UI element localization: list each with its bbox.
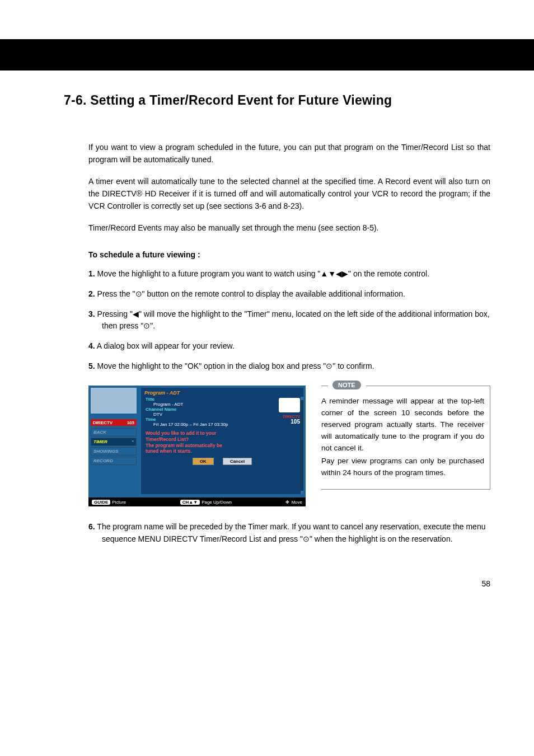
note-paragraph-2: Pay per view programs can only be purcha…: [321, 456, 484, 479]
intro-paragraph-1: If you want to view a program scheduled …: [88, 142, 490, 166]
step-2: 2. Press the "⊙" button on the remote co…: [88, 288, 490, 300]
page-number: 58: [0, 576, 534, 616]
left-arrow-icon: ◀: [133, 309, 139, 318]
side-showings: SHOWINGS: [91, 447, 137, 456]
body-column: If you want to view a program scheduled …: [64, 142, 490, 546]
tv-dialog: Would you like to add it to your Timer/R…: [146, 430, 299, 465]
select-icon: ⊙: [143, 321, 150, 330]
field-title-value: Program - ADT: [146, 402, 299, 407]
step-4: 4. A dialog box will appear for your rev…: [88, 340, 490, 353]
procedure-heading: To schedule a future viewing :: [88, 250, 490, 259]
field-channel-label: Channel Name: [146, 407, 299, 412]
figure-screenshot: DIRECTV105 BACK TIMER SHOWINGS RECORD Pr…: [88, 386, 306, 506]
tv-logo-icon: [279, 398, 300, 412]
dialog-ok-button: OK: [193, 458, 214, 465]
tv-preview-thumb: [91, 388, 137, 414]
side-timer: TIMER: [91, 438, 137, 446]
section-heading: 7-6. Setting a Timer/Record Event for Fu…: [64, 93, 490, 108]
select-icon: ⊙: [303, 534, 310, 543]
arrow-keys-icon: ▲▼◀▶: [320, 269, 348, 278]
tv-channel-badge: DIRECTV105: [279, 415, 300, 425]
tv-main-pane: Program - ADT DIRECTV105 Title Program -…: [141, 388, 303, 494]
intro-paragraph-3: Timer/Record Events may also be manually…: [88, 222, 490, 234]
procedure-list-continued: 6. The program name will be preceded by …: [88, 521, 490, 545]
dialog-cancel-button: Cancel: [223, 458, 252, 465]
side-record: RECORD: [91, 457, 137, 465]
procedure-list: 1. Move the highlight to a future progra…: [88, 268, 490, 372]
scrollbar-icon: [301, 397, 303, 494]
tv-left-pane: DIRECTV105 BACK TIMER SHOWINGS RECORD: [88, 386, 139, 496]
note-label: NOTE: [332, 381, 361, 389]
figure-and-note-row: DIRECTV105 BACK TIMER SHOWINGS RECORD Pr…: [88, 386, 490, 506]
step-6: 6. The program name will be preceded by …: [88, 521, 490, 545]
page-content: 7-6. Setting a Timer/Record Event for Fu…: [0, 71, 534, 576]
step-3: 3. Pressing "◀" will move the highlight …: [88, 308, 490, 332]
field-title-label: Title: [146, 397, 299, 402]
side-back: BACK: [91, 428, 137, 436]
tv-footer: GUIDEPicture CH▲▼Page Up/Down ✥Move: [88, 497, 306, 506]
field-time-value: Fri Jan 17 02:00p – Fri Jan 17 03:30p: [146, 422, 299, 427]
field-time-label: Time: [146, 417, 299, 422]
select-icon: ⊙: [326, 361, 332, 370]
note-callout: NOTE A reminder message will appear at t…: [321, 386, 490, 489]
select-icon: ⊙: [135, 289, 142, 298]
tv-channel-bar: DIRECTV105: [91, 419, 137, 426]
field-channel-value: DTV: [146, 412, 299, 417]
intro-paragraph-2: A timer event will automatically tune to…: [88, 176, 490, 212]
note-paragraph-1: A reminder message will appear at the to…: [321, 396, 484, 454]
document-page: 7-6. Setting a Timer/Record Event for Fu…: [0, 39, 534, 616]
tv-program-title: Program - ADT: [141, 388, 303, 397]
move-icon: ✥: [285, 500, 289, 505]
step-1: 1. Move the highlight to a future progra…: [88, 268, 490, 280]
header-band: [0, 39, 534, 71]
step-5: 5. Move the highlight to the "OK" option…: [88, 360, 490, 373]
tv-mock: DIRECTV105 BACK TIMER SHOWINGS RECORD Pr…: [88, 386, 306, 506]
